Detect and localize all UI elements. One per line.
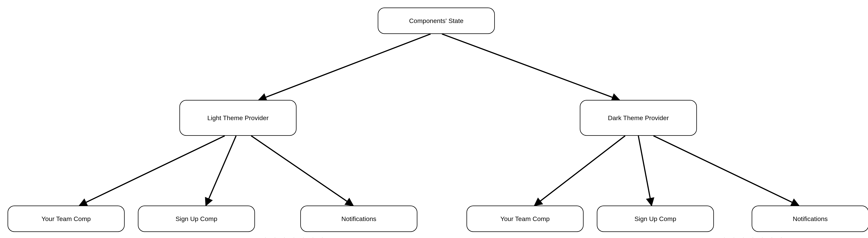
node-light-sign-up: Sign Up Comp xyxy=(138,206,255,232)
node-dark-sign-up-label: Sign Up Comp xyxy=(634,215,676,223)
node-root-label: Components' State xyxy=(409,17,463,25)
edge-root-dark xyxy=(442,34,619,100)
edge-dark-signup xyxy=(638,136,652,206)
node-dark-your-team: Your Team Comp xyxy=(466,206,584,232)
edge-dark-notif xyxy=(653,136,799,206)
node-light-your-team: Your Team Comp xyxy=(7,206,125,232)
edge-light-team xyxy=(79,136,225,206)
node-light-your-team-label: Your Team Comp xyxy=(41,215,91,223)
ellipsis-dark: . . . . . . . xyxy=(723,232,785,238)
node-dark-theme-provider: Dark Theme Provider xyxy=(580,100,697,136)
node-light-sign-up-label: Sign Up Comp xyxy=(176,215,217,223)
ellipsis-light: . . . . . . . xyxy=(265,232,326,238)
edges-layer xyxy=(0,0,868,238)
node-light-label: Light Theme Provider xyxy=(207,114,269,122)
node-dark-notifications: Notifications xyxy=(752,206,868,232)
node-dark-notifications-label: Notifications xyxy=(793,215,828,223)
node-dark-your-team-label: Your Team Comp xyxy=(500,215,550,223)
node-root: Components' State xyxy=(378,7,495,34)
node-light-notifications-label: Notifications xyxy=(341,215,376,223)
node-dark-sign-up: Sign Up Comp xyxy=(597,206,714,232)
edge-light-signup xyxy=(206,136,236,206)
diagram-canvas: Components' State Light Theme Provider D… xyxy=(0,0,868,238)
edge-root-light xyxy=(259,34,431,100)
node-light-notifications: Notifications xyxy=(300,206,417,232)
node-dark-label: Dark Theme Provider xyxy=(608,114,669,122)
node-light-theme-provider: Light Theme Provider xyxy=(179,100,297,136)
edge-light-notif xyxy=(251,136,353,206)
edge-dark-team xyxy=(534,136,625,206)
